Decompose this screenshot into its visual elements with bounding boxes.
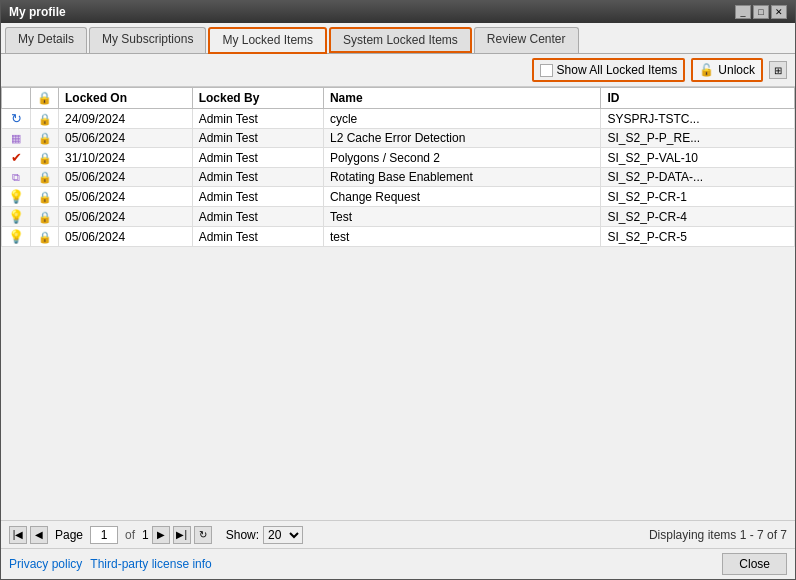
table-row: 💡 🔒 05/06/2024 Admin Test test SI_S2_P-C… [2,227,795,247]
pagination-bar: |◀ ◀ Page of 1 ▶ ▶| ↻ Show: 20 50 100 Di… [1,520,795,548]
maximize-button[interactable]: □ [753,5,769,19]
row-name: Change Request [323,187,601,207]
row-locked-by: Admin Test [192,168,323,187]
minimize-button[interactable]: _ [735,5,751,19]
row-id: SI_S2_P-CR-5 [601,227,795,247]
row-locked-on: 05/06/2024 [59,227,193,247]
close-button[interactable]: Close [722,553,787,575]
show-all-checkbox[interactable] [540,64,553,77]
row-type-icon: ⧉ [2,168,31,187]
row-locked-by: Admin Test [192,227,323,247]
row-locked-by: Admin Test [192,148,323,168]
row-name: Polygons / Second 2 [323,148,601,168]
tab-my-locked-items[interactable]: My Locked Items [208,27,327,54]
close-button[interactable]: ✕ [771,5,787,19]
row-id: SI_S2_P-P_RE... [601,129,795,148]
row-id: SYSPRJ-TSTC... [601,109,795,129]
tab-system-locked-items[interactable]: System Locked Items [329,27,472,53]
toolbar: Show All Locked Items 🔓 Unlock ⊞ [1,54,795,87]
col-header-icon [2,88,31,109]
locked-items-table: 🔒 Locked On Locked By Name ID ↻ 🔒 24/09/… [1,87,795,247]
row-locked-on: 05/06/2024 [59,187,193,207]
pagination-status: Displaying items 1 - 7 of 7 [649,528,787,542]
row-type-icon: 💡 [2,227,31,247]
tabs-bar: My Details My Subscriptions My Locked It… [1,23,795,54]
row-locked-on: 31/10/2024 [59,148,193,168]
third-party-link[interactable]: Third-party license info [90,557,211,571]
show-all-locked-container: Show All Locked Items [532,58,686,82]
row-id: SI_S2_P-DATA-... [601,168,795,187]
toolbar-extra-button[interactable]: ⊞ [769,61,787,79]
unlock-icon: 🔓 [699,63,714,77]
bottom-bar: Privacy policy Third-party license info … [1,548,795,579]
row-lock-icon: 🔒 [31,148,59,168]
table-row: ⧉ 🔒 05/06/2024 Admin Test Rotating Base … [2,168,795,187]
total-pages: 1 [142,528,149,542]
row-name: test [323,227,601,247]
table-row: 💡 🔒 05/06/2024 Admin Test Change Request… [2,187,795,207]
row-lock-icon: 🔒 [31,227,59,247]
col-header-locked-by: Locked By [192,88,323,109]
tab-review-center[interactable]: Review Center [474,27,579,53]
data-table-container: 🔒 Locked On Locked By Name ID ↻ 🔒 24/09/… [1,87,795,520]
main-window: My profile _ □ ✕ My Details My Subscript… [0,0,796,580]
row-locked-on: 24/09/2024 [59,109,193,129]
last-page-button[interactable]: ▶| [173,526,191,544]
col-header-id: ID [601,88,795,109]
table-row: 💡 🔒 05/06/2024 Admin Test Test SI_S2_P-C… [2,207,795,227]
col-header-name: Name [323,88,601,109]
page-navigation: |◀ ◀ Page of 1 ▶ ▶| ↻ [9,526,212,544]
row-name: cycle [323,109,601,129]
show-all-label: Show All Locked Items [557,63,678,77]
row-locked-by: Admin Test [192,109,323,129]
tab-my-details[interactable]: My Details [5,27,87,53]
row-lock-icon: 🔒 [31,129,59,148]
footer-links: Privacy policy Third-party license info [9,557,212,571]
refresh-page-button[interactable]: ↻ [194,526,212,544]
table-row: ▦ 🔒 05/06/2024 Admin Test L2 Cache Error… [2,129,795,148]
row-id: SI_S2_P-CR-1 [601,187,795,207]
row-type-icon: ✔ [2,148,31,168]
col-header-locked-on: Locked On [59,88,193,109]
table-row: ✔ 🔒 31/10/2024 Admin Test Polygons / Sec… [2,148,795,168]
row-type-icon: ↻ [2,109,31,129]
unlock-label: Unlock [718,63,755,77]
row-lock-icon: 🔒 [31,187,59,207]
row-name: Test [323,207,601,227]
row-lock-icon: 🔒 [31,207,59,227]
title-bar: My profile _ □ ✕ [1,1,795,23]
row-locked-on: 05/06/2024 [59,207,193,227]
row-locked-by: Admin Test [192,129,323,148]
col-header-lock: 🔒 [31,88,59,109]
row-locked-on: 05/06/2024 [59,168,193,187]
page-of-label: of [125,528,135,542]
row-locked-by: Admin Test [192,207,323,227]
row-lock-icon: 🔒 [31,109,59,129]
row-locked-on: 05/06/2024 [59,129,193,148]
row-type-icon: ▦ [2,129,31,148]
tab-my-subscriptions[interactable]: My Subscriptions [89,27,206,53]
row-type-icon: 💡 [2,207,31,227]
row-lock-icon: 🔒 [31,168,59,187]
prev-page-button[interactable]: ◀ [30,526,48,544]
row-locked-by: Admin Test [192,187,323,207]
row-name: Rotating Base Enablement [323,168,601,187]
first-page-button[interactable]: |◀ [9,526,27,544]
table-row: ↻ 🔒 24/09/2024 Admin Test cycle SYSPRJ-T… [2,109,795,129]
row-id: SI_S2_P-CR-4 [601,207,795,227]
next-page-button[interactable]: ▶ [152,526,170,544]
row-type-icon: 💡 [2,187,31,207]
title-bar-buttons: _ □ ✕ [735,5,787,19]
show-count-select[interactable]: 20 50 100 [263,526,303,544]
row-name: L2 Cache Error Detection [323,129,601,148]
page-label: Page [55,528,83,542]
privacy-policy-link[interactable]: Privacy policy [9,557,82,571]
show-label: Show: [226,528,259,542]
row-id: SI_S2_P-VAL-10 [601,148,795,168]
window-title: My profile [9,5,66,19]
page-input[interactable] [90,526,118,544]
unlock-button[interactable]: 🔓 Unlock [691,58,763,82]
